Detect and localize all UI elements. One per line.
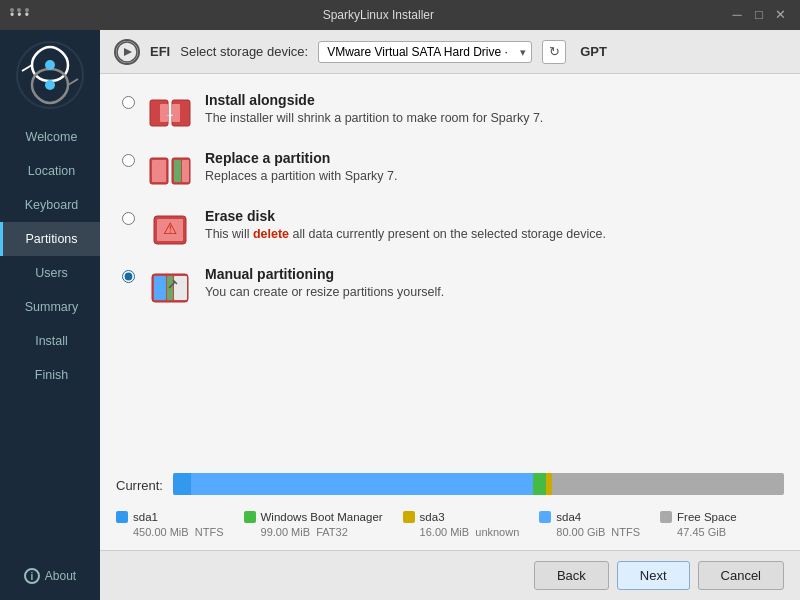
legend-sda3: sda3 16.00 MiB unknown xyxy=(403,509,520,540)
manual-partitioning-desc: You can create or resize partitions your… xyxy=(205,284,778,302)
disk-segment-free xyxy=(552,473,784,495)
svg-rect-21 xyxy=(154,276,166,300)
erase-disk-icon: ⚠ xyxy=(149,208,191,250)
disk-segment-win xyxy=(533,473,545,495)
sidebar-item-keyboard[interactable]: Keyboard xyxy=(0,188,100,222)
storage-select[interactable]: VMware Virtual SATA Hard Drive · xyxy=(318,41,532,63)
legend-name-sda3: sda3 xyxy=(420,509,520,525)
radio-manual-partitioning[interactable] xyxy=(122,270,135,283)
radio-erase-disk[interactable] xyxy=(122,212,135,225)
sidebar-item-install[interactable]: Install xyxy=(0,324,100,358)
svg-rect-16 xyxy=(182,160,189,182)
disk-legend: sda1 450.00 MiB NTFS Windows Boot Manage… xyxy=(116,509,784,540)
title-bar-dots: • • • xyxy=(10,8,29,22)
svg-point-1 xyxy=(45,60,55,70)
erase-disk-desc: This will delete all data currently pres… xyxy=(205,226,778,244)
refresh-button[interactable]: ↻ xyxy=(542,40,566,64)
efi-label: EFI xyxy=(150,44,170,59)
legend-info-sda1: 450.00 MiB NTFS xyxy=(133,525,224,540)
option-install-alongside[interactable]: → Install alongside The installer will s… xyxy=(116,84,784,142)
option-erase-disk[interactable]: ⚠ Erase disk This will delete all data c… xyxy=(116,200,784,258)
legend-sda4: sda4 80.00 GiB NTFS xyxy=(539,509,640,540)
install-alongside-title: Install alongside xyxy=(205,92,778,108)
sidebar-item-summary[interactable]: Summary xyxy=(0,290,100,324)
close-button[interactable]: ✕ xyxy=(772,6,790,24)
legend-dot-sda1 xyxy=(116,511,128,523)
title-bar: • • • SparkyLinux Installer ─ □ ✕ xyxy=(0,0,800,30)
legend-win: Windows Boot Manager 99.00 MiB FAT32 xyxy=(244,509,383,540)
about-icon: i xyxy=(24,568,40,584)
replace-partition-title: Replace a partition xyxy=(205,150,778,166)
option-manual-partitioning[interactable]: Manual partitioning You can create or re… xyxy=(116,258,784,316)
radio-replace-partition[interactable] xyxy=(122,154,135,167)
manual-partitioning-text: Manual partitioning You can create or re… xyxy=(205,266,778,302)
install-alongside-icon: → xyxy=(149,92,191,134)
back-button[interactable]: Back xyxy=(534,561,609,590)
minimize-button[interactable]: ─ xyxy=(728,6,746,24)
legend-info-sda4: 80.00 GiB NTFS xyxy=(556,525,640,540)
sidebar-item-location[interactable]: Location xyxy=(0,154,100,188)
install-alongside-desc: The installer will shrink a partition to… xyxy=(205,110,778,128)
replace-partition-desc: Replaces a partition with Sparky 7. xyxy=(205,168,778,186)
legend-free: Free Space 47.45 GiB xyxy=(660,509,736,540)
replace-partition-icon xyxy=(149,150,191,192)
select-storage-label: Select storage device: xyxy=(180,44,308,59)
legend-info-win: 99.00 MiB FAT32 xyxy=(261,525,383,540)
legend-sda1: sda1 450.00 MiB NTFS xyxy=(116,509,224,540)
legend-dot-sda3 xyxy=(403,511,415,523)
partition-options: → Install alongside The installer will s… xyxy=(100,74,800,467)
svg-point-0 xyxy=(17,42,83,108)
svg-text:→: → xyxy=(165,109,175,120)
main-content: EFI Select storage device: VMware Virtua… xyxy=(100,30,800,600)
button-bar: Back Next Cancel xyxy=(100,550,800,600)
erase-disk-text: Erase disk This will delete all data cur… xyxy=(205,208,778,244)
efi-icon xyxy=(114,39,140,65)
top-bar: EFI Select storage device: VMware Virtua… xyxy=(100,30,800,74)
legend-dot-sda4 xyxy=(539,511,551,523)
disk-segment-sda1 xyxy=(173,473,191,495)
option-replace-partition[interactable]: Replace a partition Replaces a partition… xyxy=(116,142,784,200)
sidebar-item-welcome[interactable]: Welcome xyxy=(0,120,100,154)
title-bar-left: • • • xyxy=(10,8,29,22)
svg-marker-6 xyxy=(124,48,132,56)
next-button[interactable]: Next xyxy=(617,561,690,590)
manual-partitioning-icon xyxy=(149,266,191,308)
svg-rect-13 xyxy=(152,160,166,182)
erase-disk-title: Erase disk xyxy=(205,208,778,224)
delete-word: delete xyxy=(253,227,289,241)
storage-select-wrapper[interactable]: VMware Virtual SATA Hard Drive · xyxy=(318,41,532,63)
maximize-button[interactable]: □ xyxy=(750,6,768,24)
sidebar: Welcome Location Keyboard Partitions Use… xyxy=(0,30,100,600)
legend-dot-free xyxy=(660,511,672,523)
svg-point-2 xyxy=(45,80,55,90)
disk-section: Current: xyxy=(100,467,800,550)
legend-info-free: 47.45 GiB xyxy=(677,525,736,540)
legend-info-sda3: 16.00 MiB unknown xyxy=(420,525,520,540)
manual-partitioning-title: Manual partitioning xyxy=(205,266,778,282)
app-logo xyxy=(15,40,85,110)
app-window: Welcome Location Keyboard Partitions Use… xyxy=(0,30,800,600)
gpt-label: GPT xyxy=(580,44,607,59)
svg-rect-23 xyxy=(174,276,187,300)
legend-name-sda4: sda4 xyxy=(556,509,640,525)
disk-bar xyxy=(173,473,784,495)
sidebar-item-users[interactable]: Users xyxy=(0,256,100,290)
legend-name-win: Windows Boot Manager xyxy=(261,509,383,525)
svg-rect-15 xyxy=(174,160,181,182)
cancel-button[interactable]: Cancel xyxy=(698,561,784,590)
window-title: SparkyLinux Installer xyxy=(323,8,434,22)
sidebar-item-finish[interactable]: Finish xyxy=(0,358,100,392)
disk-segment-sda4 xyxy=(191,473,533,495)
legend-dot-win xyxy=(244,511,256,523)
replace-partition-text: Replace a partition Replaces a partition… xyxy=(205,150,778,186)
install-alongside-text: Install alongside The installer will shr… xyxy=(205,92,778,128)
legend-name-free: Free Space xyxy=(677,509,736,525)
current-label: Current: xyxy=(116,478,163,493)
about-section[interactable]: i About xyxy=(0,560,100,592)
svg-text:⚠: ⚠ xyxy=(163,220,177,237)
window-controls: ─ □ ✕ xyxy=(728,6,790,24)
radio-install-alongside[interactable] xyxy=(122,96,135,109)
sidebar-item-partitions[interactable]: Partitions xyxy=(0,222,100,256)
legend-name-sda1: sda1 xyxy=(133,509,224,525)
